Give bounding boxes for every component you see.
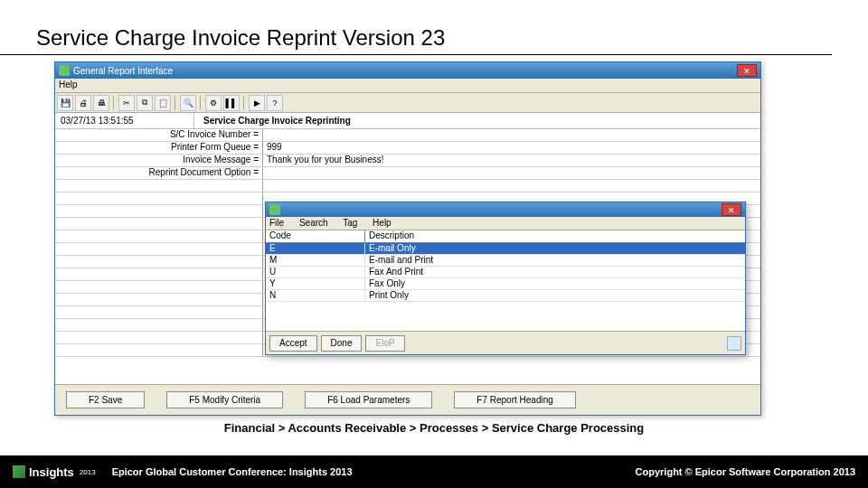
popup-close-icon[interactable]: ✕ [722,203,741,216]
window-title: General Report Interface [73,66,737,76]
cell-code: U [266,267,365,277]
form-row: Printer Form Queue =999 [55,142,760,155]
menubar: Help [55,79,760,93]
form-value[interactable] [263,129,760,141]
form-label: Printer Form Queue = [55,142,263,154]
report-name: Service Charge Invoice Reprinting [194,116,351,126]
app-icon [59,65,70,76]
form-value[interactable]: Thank you for your Business! [263,155,760,166]
popup-footer-icon[interactable] [727,336,741,351]
separator [243,96,245,110]
form-row: S/C Invoice Number = [55,129,760,142]
gear-icon[interactable]: ⚙ [205,95,222,111]
form-row-empty [55,180,760,192]
table-row[interactable]: ME-mail and Print [266,255,745,267]
form-label: Reprint Document Option = [55,167,263,179]
brand-name: Insights [29,465,74,479]
stop-icon[interactable]: ▌▌ [223,95,240,111]
report-heading-button[interactable]: F7 Report Heading [454,391,576,408]
lookup-popup: ✕ File Search Tag Help Code Description … [265,202,746,355]
cell-code: Y [266,278,365,289]
popup-titlebar: ✕ [266,202,745,217]
titlebar: General Report Interface ✕ [55,62,760,79]
accept-button[interactable]: Accept [269,335,317,352]
done-button[interactable]: Done [321,335,363,352]
form-value[interactable] [263,167,760,179]
cell-description: E-mail and Print [365,255,745,266]
find-icon[interactable]: 🔍 [180,95,196,111]
cell-description: Fax Only [365,278,745,289]
form-label: S/C Invoice Number = [55,129,263,141]
close-icon[interactable]: ✕ [737,64,757,77]
bottom-button-bar: F2 Save F5 Modify Criteria F6 Load Param… [55,384,760,415]
toolbar: 💾 🖨 🖶 ✂ ⧉ 📋 🔍 ⚙ ▌▌ ▶ ? [55,93,760,113]
elop-button: EloP [365,335,404,352]
cell-description: Print Only [365,290,745,301]
cell-code: E [266,243,365,254]
popup-app-icon [269,204,280,215]
popup-footer: AcceptDoneEloP [266,331,745,354]
timestamp: 03/27/13 13:51:55 [59,113,194,128]
cell-code: N [266,290,365,301]
form-value[interactable]: 999 [263,142,760,154]
load-parameters-button[interactable]: F6 Load Parameters [305,391,432,408]
breadcrumb: Financial > Accounts Receivable > Proces… [0,421,868,435]
table-row[interactable]: NPrint Only [266,290,745,302]
popup-menubar: File Search Tag Help [266,217,745,230]
header-code: Code [266,230,365,242]
save-button[interactable]: F2 Save [66,391,145,408]
popup-menu-help[interactable]: Help [373,218,392,228]
header-description: Description [365,230,745,242]
copyright-text: Copyright © Epicor Software Corporation … [636,466,855,477]
info-row: 03/27/13 13:51:55 Service Charge Invoice… [55,113,760,129]
popup-menu-file[interactable]: File [269,218,284,228]
lookup-table: Code Description EE-mail OnlyME-mail and… [266,230,745,302]
cell-description: Fax And Print [365,267,745,277]
cell-code: M [266,255,365,266]
disk-icon[interactable]: 💾 [57,95,73,111]
table-row[interactable]: EE-mail Only [266,243,745,255]
form-row: Reprint Document Option = [55,167,760,180]
separator [175,96,176,110]
brand-logo: Insights 2013 [13,465,96,479]
brand-year: 2013 [80,468,96,476]
separator [113,96,115,110]
menu-help[interactable]: Help [59,80,78,89]
slide-footer: Insights 2013 Epicor Global Customer Con… [0,455,868,488]
form-row: Invoice Message =Thank you for your Busi… [55,155,760,167]
table-row[interactable]: UFax And Print [266,267,745,278]
form-label: Invoice Message = [55,155,263,166]
paste-icon[interactable]: 📋 [155,95,171,111]
conference-text: Epicor Global Customer Conference: Insig… [112,466,353,477]
logo-icon [13,465,25,478]
cut-icon[interactable]: ✂ [118,95,135,111]
form-area: S/C Invoice Number =Printer Form Queue =… [55,129,760,397]
slide-title: Service Charge Invoice Reprint Version 2… [0,0,832,55]
app-window: General Report Interface ✕ Help 💾 🖨 🖶 ✂ … [54,61,761,416]
popup-menu-tag[interactable]: Tag [343,218,357,228]
run-icon[interactable]: ▶ [249,95,265,111]
cell-description: E-mail Only [365,243,745,254]
modify-criteria-button[interactable]: F5 Modify Criteria [166,391,283,408]
print-icon[interactable]: 🖨 [75,95,91,111]
separator [200,96,202,110]
table-header: Code Description [266,230,745,243]
table-row[interactable]: YFax Only [266,278,745,290]
help-icon[interactable]: ? [267,95,283,111]
popup-menu-search[interactable]: Search [299,218,328,228]
printer2-icon[interactable]: 🖶 [93,95,109,111]
copy-icon[interactable]: ⧉ [137,95,153,111]
